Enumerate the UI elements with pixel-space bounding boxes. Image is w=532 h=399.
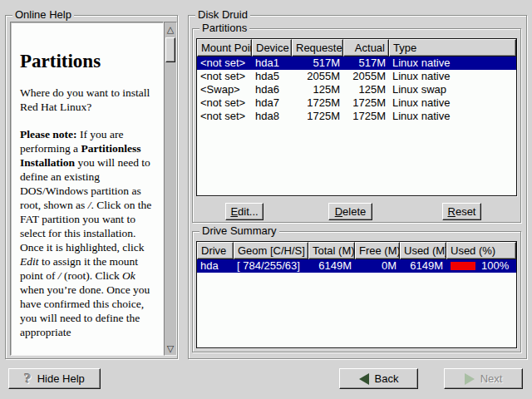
partition-requested: 1725M [292,110,343,123]
partition-type: Linux native [389,96,516,110]
drive-name: hda [197,259,234,273]
drive-used-pct: 100% [481,259,509,272]
hide-help-button[interactable]: ? Hide Help [8,368,101,389]
column-header-actual[interactable]: Actual [343,39,389,57]
scroll-down-icon[interactable]: ▽ [165,342,176,354]
drive-summary-frame-label: Drive Summary [200,225,279,237]
partitions-table-header: Mount Point Device Requested Actual Type [197,39,516,57]
partition-device: hda6 [252,83,292,96]
partition-requested: 125M [292,83,343,96]
partition-mount-point: <not set> [197,57,252,70]
scroll-up-icon[interactable]: △ [165,23,176,35]
partitions-section: Partitions Mount Point Device Requested … [192,28,521,223]
partition-requested: 517M [292,57,343,70]
column-header-free[interactable]: Free (M) [355,242,400,259]
partitions-frame-label: Partitions [200,22,249,34]
partition-row[interactable]: <not set> hda5 2055M 2055M Linux native [197,70,516,83]
back-button[interactable]: Back [339,368,418,389]
partition-requested: 2055M [292,70,343,83]
scrollbar-thumb[interactable] [165,37,175,62]
partition-mount-point: <Swap> [197,83,252,96]
drive-summary-section: Drive Summary Drive Geom [C/H/S] Total (… [192,231,521,352]
partition-row[interactable]: <not set> hda8 1725M 1725M Linux native [197,110,516,123]
used-percent-bar [451,262,475,270]
partition-row[interactable]: <not set> hda7 1725M 1725M Linux native [197,96,516,110]
partition-actual: 1725M [343,96,389,110]
partition-type: Linux swap [389,83,516,96]
drive-free: 0M [355,259,400,273]
partition-mount-point: <not set> [197,96,252,110]
partitions-table-body: <not set> hda1 517M 517M Linux native <n… [197,57,516,123]
next-arrow-icon [465,373,475,385]
column-header-requested[interactable]: Requested [292,39,343,57]
help-scrollbar[interactable]: △ ▽ [164,22,177,356]
column-header-type[interactable]: Type [389,39,516,57]
partition-mount-point: <not set> [197,70,252,83]
help-title: Partitions [20,51,156,72]
question-mark-icon: ? [24,372,32,386]
back-arrow-icon [359,373,369,385]
disk-druid-panel: Disk Druid Partitions Mount Point Device… [188,15,527,359]
partition-device: hda7 [252,96,292,110]
online-help-panel: Online Help Partitions Where do you want… [5,15,178,359]
next-button[interactable]: Next [444,368,523,389]
partition-type: Linux native [389,110,516,123]
partition-actual: 125M [343,83,389,96]
drive-summary-table: Drive Geom [C/H/S] Total (M) Free (M) Us… [196,241,517,348]
column-header-total[interactable]: Total (M) [308,242,355,259]
partition-mount-point: <not set> [197,110,252,123]
column-header-used-pct[interactable]: Used (%) [446,242,516,259]
partition-device: hda8 [252,110,292,123]
drive-used-m: 6149M [400,259,446,273]
partition-row[interactable]: <not set> hda1 517M 517M Linux native [197,57,516,70]
drive-summary-table-header: Drive Geom [C/H/S] Total (M) Free (M) Us… [197,242,516,259]
partitions-table: Mount Point Device Requested Actual Type… [196,38,517,196]
help-text-area: Partitions Where do you want to install … [10,22,164,356]
edit-button[interactable]: Edit... [225,203,264,220]
partition-actual: 1725M [343,110,389,123]
drive-total: 6149M [308,259,355,273]
column-header-used-m[interactable]: Used (M) [400,242,446,259]
partition-device: hda5 [252,70,292,83]
back-button-label: Back [375,372,399,385]
hide-help-button-label: Hide Help [37,372,85,385]
partition-type: Linux native [389,70,516,83]
partition-requested: 1725M [292,96,343,110]
reset-button[interactable]: Reset [442,203,481,220]
next-button-label: Next [480,372,503,385]
help-note-paragraph: Please note: If you are performing a Par… [20,127,156,339]
online-help-frame-label: Online Help [12,9,74,21]
partition-actual: 2055M [343,70,389,83]
column-header-device[interactable]: Device [252,39,292,57]
disk-druid-frame-label: Disk Druid [195,9,250,21]
column-header-mount-point[interactable]: Mount Point [197,39,252,57]
edit-button-label: Edit... [230,205,258,218]
partition-device: hda1 [252,57,292,70]
drive-geometry: [ 784/255/63] [234,259,308,273]
partition-actual: 517M [343,57,389,70]
partition-row[interactable]: <Swap> hda6 125M 125M Linux swap [197,83,516,96]
drive-summary-table-body: hda [ 784/255/63] 6149M 0M 6149M 100% [197,259,516,273]
column-header-drive[interactable]: Drive [197,242,234,259]
drive-used-pct-cell: 100% [446,259,516,273]
delete-button[interactable]: Delete [328,203,372,220]
delete-button-label: Delete [335,205,367,218]
partition-type: Linux native [389,57,516,70]
reset-button-label: Reset [448,205,476,218]
column-header-geom[interactable]: Geom [C/H/S] [234,242,308,259]
help-intro-paragraph: Where do you want to install Red Hat Lin… [20,86,156,114]
drive-summary-row[interactable]: hda [ 784/255/63] 6149M 0M 6149M 100% [197,259,516,273]
